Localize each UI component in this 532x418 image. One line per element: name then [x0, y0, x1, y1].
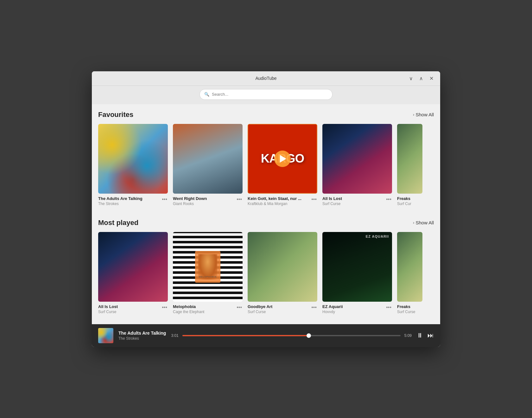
card-menu-button[interactable]: •••	[311, 196, 317, 202]
search-icon: 🔍	[204, 92, 209, 97]
card-info: All Is Lost Surf Curse •••	[98, 302, 168, 314]
card-title: All Is Lost	[98, 304, 161, 309]
player-progress-knob[interactable]	[307, 333, 311, 338]
card-title: Freaks	[397, 304, 422, 309]
pause-button[interactable]: ⏸	[417, 332, 423, 339]
card-text: Kein Gott, kein Staat, nur ... Kraftklub…	[248, 196, 311, 206]
card-text: Goodbye Art Surf Curse	[248, 304, 311, 314]
card-title: Goodbye Art	[248, 304, 311, 309]
card-art: MELOPHOBIA	[173, 232, 243, 302]
search-bar-wrap: 🔍	[92, 86, 440, 104]
favourites-header: Favourites › Show All	[98, 111, 434, 119]
window-controls: ∨ ∧ ✕	[407, 74, 435, 82]
player-progress-fill	[182, 335, 309, 336]
card-artist: Hovvdy	[322, 310, 385, 314]
card-title: Kein Gott, kein Staat, nur ...	[248, 196, 311, 201]
mp-card-freaks[interactable]: Freaks Surf Curse	[397, 232, 422, 314]
card-artist: Kraftklub & Mia Morgan	[248, 202, 311, 206]
skip-next-button[interactable]: ⏭	[428, 332, 434, 339]
card-title: Melophobia	[173, 304, 236, 309]
player-thumbnail	[98, 328, 113, 343]
card-menu-button[interactable]: •••	[236, 305, 243, 310]
app-window: AudioTube ∨ ∧ ✕ 🔍 Favourites › Show All	[92, 71, 440, 347]
player-progress-bar[interactable]	[182, 335, 401, 336]
minimize-button[interactable]: ∨	[407, 74, 415, 82]
card-title: Freaks	[397, 196, 422, 201]
card-artist: Giant Rooks	[173, 202, 236, 206]
most-played-section: Most played › Show All All Is Lost Surf …	[92, 212, 440, 320]
card-info: Went Right Down Giant Rooks •••	[173, 194, 243, 206]
card-text: Melophobia Cage the Elephant	[173, 304, 236, 314]
most-played-title: Most played	[98, 219, 138, 227]
card-title: All Is Lost	[322, 196, 385, 201]
card-info: Freaks Surf Cur	[397, 194, 422, 206]
close-button[interactable]: ✕	[428, 74, 435, 82]
favourites-title: Favourites	[98, 111, 133, 119]
favourites-section: Favourites › Show All The Adults Are Tal…	[92, 104, 440, 212]
card-artist: Surf Curse	[397, 310, 422, 314]
card-art	[173, 124, 243, 194]
card-info: Melophobia Cage the Elephant •••	[173, 302, 243, 314]
mp-card-goodbye-art[interactable]: Goodbye Art Surf Curse •••	[248, 232, 317, 314]
most-played-cards-row: All Is Lost Surf Curse •••	[98, 232, 422, 317]
chevron-right-icon: ›	[413, 112, 414, 117]
card-info: The Adults Are Talking The Strokes •••	[98, 194, 168, 206]
card-text: All Is Lost Surf Curse	[98, 304, 161, 314]
most-played-scroll[interactable]: All Is Lost Surf Curse •••	[98, 232, 434, 317]
maximize-button[interactable]: ∧	[417, 74, 425, 82]
card-artist: Surf Curse	[322, 202, 385, 206]
card-all-is-lost[interactable]: All Is Lost Surf Curse •••	[322, 124, 392, 206]
favourites-show-all-button[interactable]: › Show All	[413, 112, 434, 117]
card-info: Freaks Surf Curse	[397, 302, 422, 314]
card-freaks[interactable]: Freaks Surf Cur	[397, 124, 422, 206]
chevron-right-icon: ›	[413, 220, 414, 225]
card-info: All Is Lost Surf Curse •••	[322, 194, 392, 206]
card-menu-button[interactable]: •••	[161, 196, 168, 202]
player-bar: The Adults Are Talking The Strokes 3:01 …	[92, 324, 440, 347]
play-icon	[280, 155, 286, 163]
card-art	[248, 232, 317, 302]
search-input[interactable]	[212, 92, 328, 97]
favourites-scroll[interactable]: The Adults Are Talking The Strokes ••• W…	[98, 124, 434, 209]
mp-card-melophobia[interactable]: MELOPHOBIA Melophobia Cage the Elephant …	[173, 232, 243, 314]
card-text: Freaks Surf Cur	[397, 196, 422, 206]
play-overlay[interactable]	[274, 151, 291, 167]
mp-card-all-is-lost[interactable]: All Is Lost Surf Curse •••	[98, 232, 168, 314]
card-art-inner: MELOPHOBIA	[173, 232, 243, 302]
player-track-title: The Adults Are Talking	[118, 331, 166, 336]
card-text: All Is Lost Surf Curse	[322, 196, 385, 206]
search-bar: 🔍	[200, 89, 332, 100]
card-adults-are-talking[interactable]: The Adults Are Talking The Strokes •••	[98, 124, 168, 206]
player-controls: 3:01 5:09	[171, 333, 412, 338]
card-menu-button[interactable]: •••	[161, 305, 168, 310]
card-artist: Surf Curse	[98, 310, 161, 314]
main-content: Favourites › Show All The Adults Are Tal…	[92, 104, 440, 324]
card-art	[397, 124, 422, 194]
card-artist: Cage the Elephant	[173, 310, 236, 314]
app-title: AudioTube	[255, 76, 276, 81]
card-info: EZ Aquarii Hovvdy •••	[322, 302, 392, 314]
titlebar: AudioTube ∨ ∧ ✕	[92, 71, 440, 86]
card-art	[98, 124, 168, 194]
mp-card-ez-aquarii[interactable]: EZ AQUARII EZ Aquarii Hovvdy •••	[322, 232, 392, 314]
card-artist: Surf Cur	[397, 202, 422, 206]
card-text: Freaks Surf Curse	[397, 304, 422, 314]
card-title: EZ Aquarii	[322, 304, 385, 309]
card-art	[322, 124, 392, 194]
card-kein-gott[interactable]: KARGO Kein Gott, kein Staat, nur ... Kra…	[248, 124, 317, 206]
card-artist: Surf Curse	[248, 310, 311, 314]
most-played-header: Most played › Show All	[98, 219, 434, 227]
card-menu-button[interactable]: •••	[236, 196, 243, 202]
card-went-right-down[interactable]: Went Right Down Giant Rooks •••	[173, 124, 243, 206]
favourites-cards-row: The Adults Are Talking The Strokes ••• W…	[98, 124, 422, 209]
card-text: The Adults Are Talking The Strokes	[98, 196, 161, 206]
card-menu-button[interactable]: •••	[311, 305, 317, 310]
card-info: Goodbye Art Surf Curse •••	[248, 302, 317, 314]
card-info: Kein Gott, kein Staat, nur ... Kraftklub…	[248, 194, 317, 206]
card-title: The Adults Are Talking	[98, 196, 161, 201]
card-menu-button[interactable]: •••	[385, 196, 392, 202]
card-menu-button[interactable]: •••	[385, 305, 392, 310]
player-buttons: ⏸ ⏭	[417, 332, 434, 339]
player-info: The Adults Are Talking The Strokes	[118, 331, 166, 341]
most-played-show-all-button[interactable]: › Show All	[413, 220, 434, 225]
